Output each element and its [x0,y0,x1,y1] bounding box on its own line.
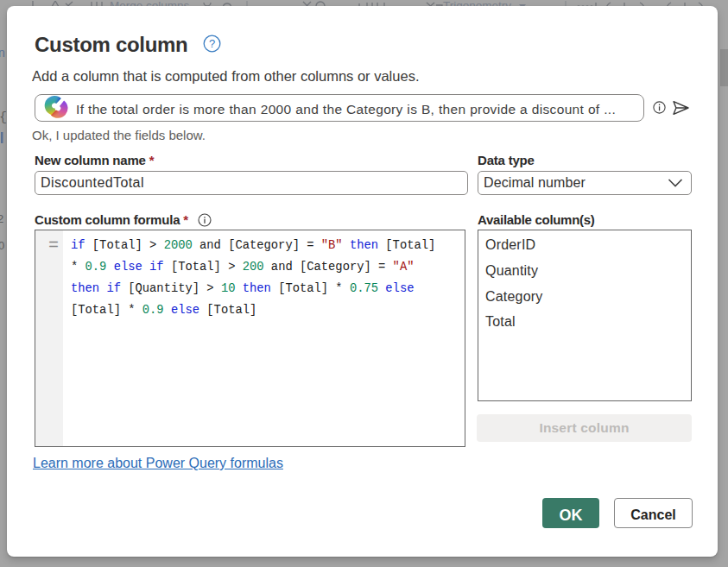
svg-text:0: 0 [0,239,4,252]
svg-text:?: ? [209,37,215,50]
svg-text:2: 2 [0,212,3,225]
svg-text:n: n [0,46,5,60]
svg-text:{: { [0,110,7,125]
